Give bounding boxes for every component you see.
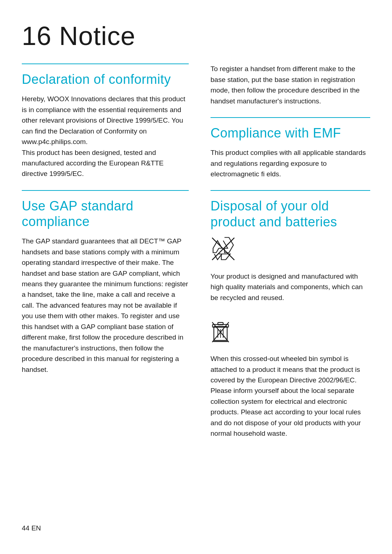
- body-gap: The GAP standard guarantees that all DEC…: [22, 236, 189, 375]
- heading-emf: Compliance with EMF: [211, 125, 370, 141]
- divider-emf: [211, 117, 370, 118]
- page: 16 Notice Declaration of conformity Here…: [0, 0, 392, 554]
- recycle-icon: [211, 236, 236, 262]
- section-gap: Use GAP standard compliance The GAP stan…: [22, 190, 189, 375]
- divider-disposal: [211, 190, 370, 191]
- heading-disposal: Disposal of your old product and batteri…: [211, 198, 370, 229]
- page-title: 16 Notice: [22, 22, 370, 50]
- body-emf: This product complies with all applicabl…: [211, 147, 370, 179]
- page-footer: 44 EN: [22, 524, 370, 532]
- body-declaration: Hereby, WOOX Innovations declares that t…: [22, 94, 189, 179]
- recycle-icon-wrapper: [211, 236, 370, 263]
- right-column: To register a handset from different mak…: [211, 63, 370, 510]
- section-disposal: Disposal of your old product and batteri…: [211, 190, 370, 439]
- intro-text: To register a handset from different mak…: [211, 63, 370, 106]
- heading-declaration: Declaration of conformity: [22, 71, 189, 87]
- section-emf: Compliance with EMF This product complie…: [211, 117, 370, 180]
- heading-gap: Use GAP standard compliance: [22, 198, 189, 229]
- wheeledbin-icon: [211, 320, 230, 344]
- divider-gap: [22, 190, 189, 191]
- section-declaration: Declaration of conformity Hereby, WOOX I…: [22, 63, 189, 179]
- left-column: Declaration of conformity Hereby, WOOX I…: [22, 63, 189, 510]
- svg-rect-4: [218, 323, 223, 325]
- divider-declaration: [22, 63, 189, 64]
- two-column-layout: Declaration of conformity Hereby, WOOX I…: [22, 63, 370, 510]
- body-disposal-2: When this crossed-out wheeled bin symbol…: [211, 353, 370, 439]
- body-disposal-1: Your product is designed and manufacture…: [211, 271, 370, 303]
